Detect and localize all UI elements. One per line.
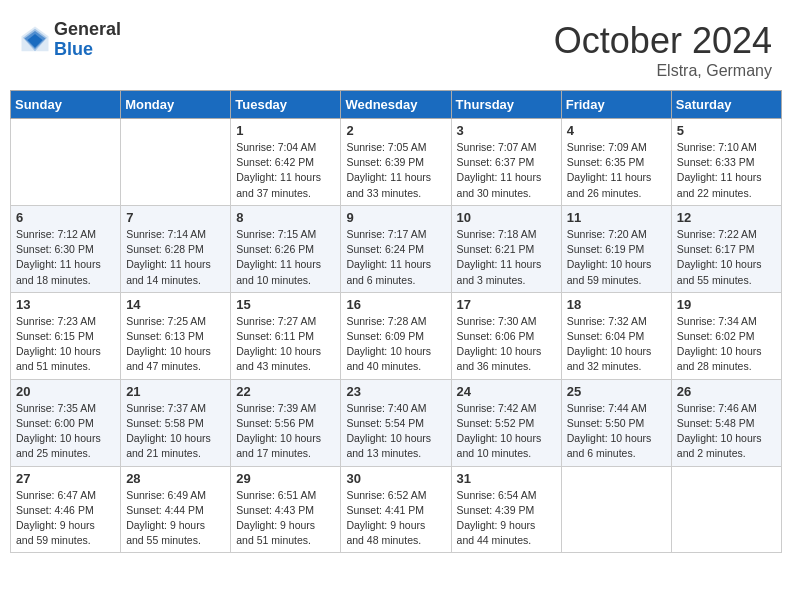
calendar-cell: 2Sunrise: 7:05 AM Sunset: 6:39 PM Daylig… [341,119,451,206]
day-info: Sunrise: 7:35 AM Sunset: 6:00 PM Dayligh… [16,402,101,460]
day-number: 3 [457,123,556,138]
page-header: General Blue October 2024 Elstra, German… [10,10,782,85]
calendar-cell: 8Sunrise: 7:15 AM Sunset: 6:26 PM Daylig… [231,205,341,292]
day-info: Sunrise: 7:07 AM Sunset: 6:37 PM Dayligh… [457,141,542,199]
day-number: 28 [126,471,225,486]
day-info: Sunrise: 6:54 AM Sunset: 4:39 PM Dayligh… [457,489,537,547]
day-number: 13 [16,297,115,312]
day-number: 4 [567,123,666,138]
logo-blue: Blue [54,40,121,60]
day-number: 17 [457,297,556,312]
day-info: Sunrise: 7:30 AM Sunset: 6:06 PM Dayligh… [457,315,542,373]
calendar-cell: 6Sunrise: 7:12 AM Sunset: 6:30 PM Daylig… [11,205,121,292]
calendar-cell: 22Sunrise: 7:39 AM Sunset: 5:56 PM Dayli… [231,379,341,466]
calendar-cell: 3Sunrise: 7:07 AM Sunset: 6:37 PM Daylig… [451,119,561,206]
calendar-cell: 27Sunrise: 6:47 AM Sunset: 4:46 PM Dayli… [11,466,121,553]
calendar-cell [121,119,231,206]
day-info: Sunrise: 7:05 AM Sunset: 6:39 PM Dayligh… [346,141,431,199]
calendar-cell: 15Sunrise: 7:27 AM Sunset: 6:11 PM Dayli… [231,292,341,379]
day-number: 9 [346,210,445,225]
calendar-cell [11,119,121,206]
day-number: 22 [236,384,335,399]
day-number: 31 [457,471,556,486]
day-number: 6 [16,210,115,225]
day-info: Sunrise: 7:42 AM Sunset: 5:52 PM Dayligh… [457,402,542,460]
calendar-week-4: 20Sunrise: 7:35 AM Sunset: 6:00 PM Dayli… [11,379,782,466]
day-number: 20 [16,384,115,399]
day-info: Sunrise: 7:27 AM Sunset: 6:11 PM Dayligh… [236,315,321,373]
day-number: 26 [677,384,776,399]
day-info: Sunrise: 6:51 AM Sunset: 4:43 PM Dayligh… [236,489,316,547]
logo: General Blue [20,20,121,60]
calendar-header-sunday: Sunday [11,91,121,119]
calendar-week-5: 27Sunrise: 6:47 AM Sunset: 4:46 PM Dayli… [11,466,782,553]
calendar-cell: 20Sunrise: 7:35 AM Sunset: 6:00 PM Dayli… [11,379,121,466]
logo-text: General Blue [54,20,121,60]
calendar-cell: 10Sunrise: 7:18 AM Sunset: 6:21 PM Dayli… [451,205,561,292]
calendar-header-row: SundayMondayTuesdayWednesdayThursdayFrid… [11,91,782,119]
day-info: Sunrise: 6:52 AM Sunset: 4:41 PM Dayligh… [346,489,426,547]
day-info: Sunrise: 7:20 AM Sunset: 6:19 PM Dayligh… [567,228,652,286]
calendar-cell [671,466,781,553]
calendar-cell: 9Sunrise: 7:17 AM Sunset: 6:24 PM Daylig… [341,205,451,292]
day-number: 18 [567,297,666,312]
calendar-cell: 30Sunrise: 6:52 AM Sunset: 4:41 PM Dayli… [341,466,451,553]
day-info: Sunrise: 7:09 AM Sunset: 6:35 PM Dayligh… [567,141,652,199]
day-info: Sunrise: 7:37 AM Sunset: 5:58 PM Dayligh… [126,402,211,460]
day-number: 10 [457,210,556,225]
day-info: Sunrise: 7:12 AM Sunset: 6:30 PM Dayligh… [16,228,101,286]
day-info: Sunrise: 7:22 AM Sunset: 6:17 PM Dayligh… [677,228,762,286]
day-number: 29 [236,471,335,486]
day-number: 1 [236,123,335,138]
day-number: 24 [457,384,556,399]
calendar-cell: 17Sunrise: 7:30 AM Sunset: 6:06 PM Dayli… [451,292,561,379]
calendar-cell: 1Sunrise: 7:04 AM Sunset: 6:42 PM Daylig… [231,119,341,206]
day-number: 16 [346,297,445,312]
calendar-cell: 29Sunrise: 6:51 AM Sunset: 4:43 PM Dayli… [231,466,341,553]
calendar-cell: 31Sunrise: 6:54 AM Sunset: 4:39 PM Dayli… [451,466,561,553]
calendar-cell [561,466,671,553]
logo-general: General [54,20,121,40]
day-info: Sunrise: 7:28 AM Sunset: 6:09 PM Dayligh… [346,315,431,373]
calendar-cell: 5Sunrise: 7:10 AM Sunset: 6:33 PM Daylig… [671,119,781,206]
day-info: Sunrise: 7:40 AM Sunset: 5:54 PM Dayligh… [346,402,431,460]
calendar-week-2: 6Sunrise: 7:12 AM Sunset: 6:30 PM Daylig… [11,205,782,292]
title-area: October 2024 Elstra, Germany [554,20,772,80]
calendar-cell: 14Sunrise: 7:25 AM Sunset: 6:13 PM Dayli… [121,292,231,379]
day-number: 12 [677,210,776,225]
logo-icon [20,25,50,55]
calendar-cell: 24Sunrise: 7:42 AM Sunset: 5:52 PM Dayli… [451,379,561,466]
calendar-header-friday: Friday [561,91,671,119]
calendar-week-1: 1Sunrise: 7:04 AM Sunset: 6:42 PM Daylig… [11,119,782,206]
calendar-table: SundayMondayTuesdayWednesdayThursdayFrid… [10,90,782,553]
day-number: 5 [677,123,776,138]
day-info: Sunrise: 7:23 AM Sunset: 6:15 PM Dayligh… [16,315,101,373]
day-info: Sunrise: 7:10 AM Sunset: 6:33 PM Dayligh… [677,141,762,199]
calendar-header-saturday: Saturday [671,91,781,119]
calendar-cell: 18Sunrise: 7:32 AM Sunset: 6:04 PM Dayli… [561,292,671,379]
day-info: Sunrise: 7:17 AM Sunset: 6:24 PM Dayligh… [346,228,431,286]
day-number: 25 [567,384,666,399]
day-number: 21 [126,384,225,399]
calendar-week-3: 13Sunrise: 7:23 AM Sunset: 6:15 PM Dayli… [11,292,782,379]
day-info: Sunrise: 7:15 AM Sunset: 6:26 PM Dayligh… [236,228,321,286]
day-info: Sunrise: 7:18 AM Sunset: 6:21 PM Dayligh… [457,228,542,286]
day-number: 27 [16,471,115,486]
calendar-header-tuesday: Tuesday [231,91,341,119]
day-info: Sunrise: 7:32 AM Sunset: 6:04 PM Dayligh… [567,315,652,373]
day-number: 7 [126,210,225,225]
day-info: Sunrise: 7:44 AM Sunset: 5:50 PM Dayligh… [567,402,652,460]
day-info: Sunrise: 7:25 AM Sunset: 6:13 PM Dayligh… [126,315,211,373]
day-info: Sunrise: 6:49 AM Sunset: 4:44 PM Dayligh… [126,489,206,547]
day-number: 23 [346,384,445,399]
day-number: 8 [236,210,335,225]
day-info: Sunrise: 6:47 AM Sunset: 4:46 PM Dayligh… [16,489,96,547]
calendar-cell: 16Sunrise: 7:28 AM Sunset: 6:09 PM Dayli… [341,292,451,379]
day-number: 11 [567,210,666,225]
calendar-header-monday: Monday [121,91,231,119]
calendar-cell: 4Sunrise: 7:09 AM Sunset: 6:35 PM Daylig… [561,119,671,206]
calendar-header-wednesday: Wednesday [341,91,451,119]
calendar-cell: 28Sunrise: 6:49 AM Sunset: 4:44 PM Dayli… [121,466,231,553]
day-info: Sunrise: 7:14 AM Sunset: 6:28 PM Dayligh… [126,228,211,286]
day-info: Sunrise: 7:39 AM Sunset: 5:56 PM Dayligh… [236,402,321,460]
